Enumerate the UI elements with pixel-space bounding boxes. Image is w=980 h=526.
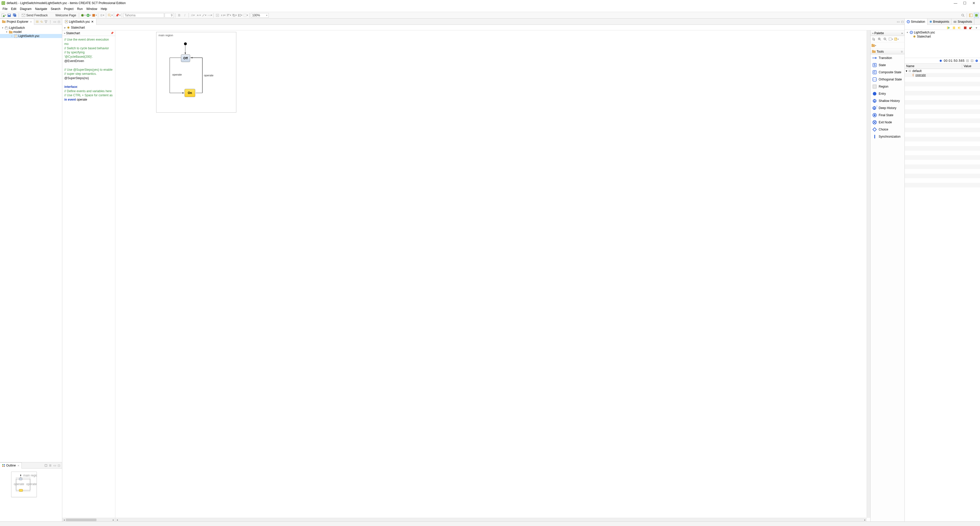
perspective-open-button[interactable] [968, 13, 974, 18]
outline-preview[interactable]: main region operate operate [0, 469, 62, 521]
font-color-button[interactable]: A▾ [190, 13, 195, 18]
simulation-tree[interactable]: ▾ LightSwitch.ysc Statechart [905, 30, 980, 58]
menu-navigate[interactable]: Navigate [33, 6, 48, 11]
outline-mode2-button[interactable] [48, 464, 52, 467]
welcome-page-button[interactable]: Welcome Page [50, 14, 78, 17]
minimize-view-button[interactable]: ▭ [52, 464, 57, 467]
expand-all-button[interactable] [966, 59, 969, 62]
main-region[interactable]: main region Off On operate operate [156, 32, 236, 113]
debug-button[interactable]: ▾ [80, 13, 86, 18]
breadcrumb-label[interactable]: Statechart [71, 26, 85, 29]
tree-file-row[interactable]: › LightSwitch.ysc [0, 34, 62, 38]
sim-pause-button[interactable] [951, 25, 956, 30]
maximize-button[interactable]: ☐ [963, 2, 966, 5]
palette-orthogonal-state[interactable]: Orthogonal State [870, 76, 904, 83]
menu-window[interactable]: Window [85, 6, 99, 11]
maximize-view-button[interactable]: ◻ [57, 20, 61, 24]
state-on[interactable]: On [185, 89, 195, 97]
sim-row-operate[interactable]: operate [905, 73, 980, 77]
menu-diagram[interactable]: Diagram [18, 6, 33, 11]
select-tool-icon[interactable] [872, 37, 876, 41]
canvas-vscroll[interactable] [867, 30, 870, 518]
sim-tree-child-row[interactable]: Statechart [905, 35, 980, 38]
select-button[interactable]: ▾ [243, 13, 248, 18]
order-button[interactable]: ▾ [232, 13, 237, 18]
outline-tab[interactable]: Outline ✕ [0, 462, 22, 469]
distribute-button[interactable]: ▾ [221, 13, 226, 18]
autosize-button[interactable] [215, 13, 220, 18]
sim-run-button[interactable] [975, 59, 978, 62]
collapse-all-button[interactable] [35, 20, 39, 24]
search-button[interactable]: ▾ [107, 13, 113, 18]
editor-tab[interactable]: LightSwitch.ysc ✕ [62, 19, 97, 25]
menu-file[interactable]: File [1, 6, 9, 11]
palette-synchronization[interactable]: Synchronization [870, 133, 904, 140]
minimize-editor-button[interactable]: ▭ [896, 20, 900, 24]
menu-run[interactable]: Run [76, 6, 84, 11]
menu-search[interactable]: Search [49, 6, 62, 11]
palette-final-state[interactable]: Final State [870, 112, 904, 119]
close-button[interactable]: ✕ [972, 2, 975, 5]
font-size-selector[interactable]: 9 [165, 13, 174, 18]
line-color-button[interactable]: ▾ [201, 13, 207, 18]
palette-deep-history[interactable]: H*Deep History [870, 104, 904, 112]
project-explorer-tab[interactable]: Project Explorer ✕ [0, 19, 34, 25]
outline-mode1-button[interactable] [44, 464, 48, 467]
simulation-grid-body[interactable]: ▾default operate [905, 69, 980, 521]
menu-project[interactable]: Project [62, 6, 75, 11]
collapse-all-button[interactable] [970, 59, 974, 62]
palette-state[interactable]: SState [870, 62, 904, 69]
tab-close-icon[interactable]: ✕ [91, 20, 94, 24]
align-button[interactable]: ▾ [226, 13, 231, 18]
marquee-icon[interactable]: ▾ [888, 37, 893, 41]
send-feedback-button[interactable]: Send Feedback [20, 14, 49, 17]
bold-button[interactable]: B [177, 13, 182, 18]
fill-color-button[interactable]: ▾ [196, 13, 201, 18]
palette-tools-label[interactable]: Tools [877, 50, 901, 53]
zoom-out-icon[interactable] [883, 37, 887, 41]
maximize-editor-button[interactable]: ◻ [900, 20, 904, 24]
canvas-hscroll[interactable]: ◂▸ [115, 518, 867, 521]
transition-label-left[interactable]: operate [172, 73, 182, 76]
minimize-view-button[interactable]: ▭ [52, 20, 57, 24]
palette-entry[interactable]: Entry [870, 90, 904, 97]
tree-project-row[interactable]: ▾ LightSwitch [0, 26, 62, 30]
palette-composite-state[interactable]: CComposite State [870, 69, 904, 76]
zoom-selector[interactable]: 100%▾ [251, 13, 269, 18]
palette-collapse-icon[interactable]: ▸ [902, 32, 903, 35]
link-editor-button[interactable] [40, 20, 44, 24]
maximize-view-button[interactable]: ◻ [57, 464, 61, 467]
palette-shallow-history[interactable]: HShallow History [870, 97, 904, 104]
minimize-button[interactable]: — [954, 2, 957, 5]
generate-button[interactable]: ⚙▾ [100, 13, 105, 18]
filter-button[interactable] [44, 20, 48, 24]
save-all-button[interactable] [12, 13, 18, 18]
pin-button[interactable]: 📌▾ [115, 13, 121, 18]
def-hscroll[interactable]: ◂▸ [62, 518, 115, 521]
definition-text[interactable]: // Use the event driven execution mo // … [62, 36, 115, 518]
tab-close-icon[interactable]: ✕ [18, 464, 19, 467]
perspective-modeling-button[interactable] [974, 13, 979, 18]
sim-restart-button[interactable] [968, 25, 974, 30]
new-button[interactable]: ▾ [1, 13, 6, 18]
palette-choice[interactable]: Choice [870, 126, 904, 133]
folder-tool-icon[interactable]: ▾ [872, 43, 876, 48]
sim-terminate-button[interactable] [963, 25, 968, 30]
sim-resume-button[interactable] [946, 25, 951, 30]
state-off[interactable]: Off [181, 54, 190, 62]
save-button[interactable] [6, 13, 12, 18]
tree-folder-row[interactable]: ▾ model [0, 30, 62, 34]
pin-icon[interactable]: ⊙ [901, 50, 903, 53]
palette-exit-node[interactable]: Exit Node [870, 119, 904, 126]
font-selector[interactable]: Tahoma [123, 13, 164, 18]
sim-row-default[interactable]: ▾default [905, 69, 980, 73]
breakpoints-tab[interactable]: Breakpoints [928, 19, 951, 25]
project-tree[interactable]: ▾ LightSwitch ▾ model › LightSwitch.ysc [0, 25, 62, 462]
quick-search-button[interactable] [960, 13, 966, 18]
note-tool-icon[interactable]: ▾ [894, 37, 899, 41]
diagram-canvas[interactable]: main region Off On operate operate [115, 30, 870, 521]
tab-close-icon[interactable]: ✕ [30, 21, 32, 23]
view-menu-button[interactable]: ⋮ [48, 20, 52, 24]
italic-button[interactable]: I [182, 13, 187, 18]
transition-label-right[interactable]: operate [204, 74, 213, 77]
